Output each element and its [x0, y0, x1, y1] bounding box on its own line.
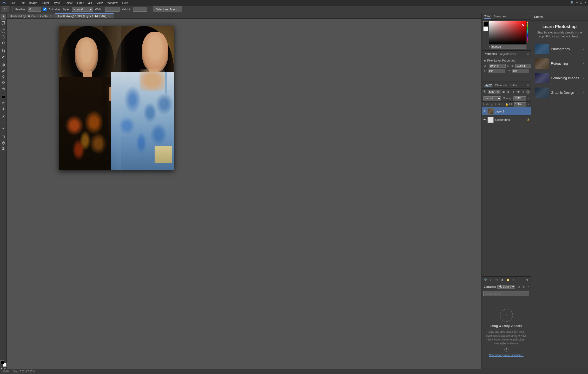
tab-untitled1[interactable]: Untitled-1 @ 66.7% (RGB/8#) ✕: [7, 13, 55, 18]
tool-text[interactable]: T: [1, 120, 6, 126]
layer-eye-background[interactable]: 👁: [483, 118, 486, 122]
tool-artboard[interactable]: [1, 20, 6, 26]
menu-edit[interactable]: Edit: [18, 1, 27, 5]
tool-zoom[interactable]: [1, 146, 6, 152]
width-prop-input[interactable]: [489, 64, 506, 68]
library-add-button[interactable]: +: [500, 309, 513, 322]
layer-eye-layer1[interactable]: 👁: [483, 110, 486, 113]
tool-rectangle[interactable]: [1, 134, 6, 140]
style-select[interactable]: Normal Fixed Ratio Fixed Size: [72, 7, 93, 12]
feather-input[interactable]: [28, 7, 41, 12]
layers-smartobj-filter[interactable]: ⧉: [521, 90, 526, 94]
background-color[interactable]: [483, 26, 488, 31]
library-new-from-doc-link[interactable]: New Library from Document...: [489, 354, 524, 357]
tool-quick-select[interactable]: [1, 40, 6, 46]
tool-marquee[interactable]: [1, 28, 6, 34]
tool-history-brush[interactable]: [1, 80, 6, 86]
tool-eraser[interactable]: [1, 86, 6, 92]
tool-path-select[interactable]: [1, 126, 6, 132]
tool-eyedropper[interactable]: [1, 54, 6, 60]
link-proportions[interactable]: ⊞: [507, 64, 509, 67]
tool-healing[interactable]: [1, 62, 6, 68]
add-style-btn[interactable]: ƒ: [488, 278, 493, 282]
tab-channels[interactable]: Channels: [495, 84, 507, 87]
tab-untitled2[interactable]: Untitled-2 @ 100% (Layer 1, RGB/8#) ✕: [55, 13, 114, 18]
opacity-input[interactable]: [513, 96, 526, 101]
lock-position[interactable]: ✛: [498, 102, 501, 106]
fill-input[interactable]: [514, 102, 526, 106]
tab-color[interactable]: Color: [484, 14, 491, 19]
menu-type[interactable]: Type: [52, 1, 62, 5]
menu-file[interactable]: File: [8, 1, 17, 5]
opacity-slider[interactable]: [529, 21, 529, 42]
tool-move[interactable]: [1, 14, 6, 20]
library-select[interactable]: My Library: [497, 285, 515, 289]
new-layer-btn[interactable]: +: [511, 278, 516, 282]
menu-image[interactable]: Image: [27, 1, 39, 5]
tool-clone-stamp[interactable]: [1, 74, 6, 80]
tool-preset-btn[interactable]: [2, 6, 9, 12]
fg-color-swatch[interactable]: [0, 360, 4, 364]
lock-transparent-pixels[interactable]: ◫: [491, 102, 494, 106]
layers-filter-toggle[interactable]: ◉: [526, 90, 530, 94]
menu-3d[interactable]: 3D: [86, 1, 94, 5]
tab-paths[interactable]: Paths: [510, 84, 517, 87]
layer-item-background[interactable]: 👁 Background 🔒: [482, 116, 531, 124]
layer-item-layer1[interactable]: 👁 Layer 1: [482, 107, 531, 116]
library-list-view[interactable]: ☰: [521, 285, 526, 289]
learn-item-photography[interactable]: Photography ›: [534, 43, 585, 55]
add-mask-btn[interactable]: ◻: [494, 278, 499, 282]
layers-adjustment-filter[interactable]: ◑: [506, 90, 511, 94]
select-mask-btn[interactable]: Select and Mask...: [153, 6, 182, 12]
menu-view[interactable]: View: [95, 1, 105, 5]
tab-close-2[interactable]: ✕: [108, 15, 110, 18]
learn-item-combining[interactable]: Combining Images ›: [534, 72, 585, 84]
menu-layer[interactable]: Layer: [40, 1, 51, 5]
link-layers-btn[interactable]: 🔗: [483, 278, 487, 282]
learn-item-graphic-design[interactable]: Graphic Design ›: [534, 86, 585, 99]
tool-dodge[interactable]: [1, 106, 6, 112]
properties-panel-collapse[interactable]: ≡: [527, 52, 529, 55]
layers-text-filter[interactable]: T: [511, 90, 516, 94]
tab-close-1[interactable]: ✕: [50, 15, 52, 17]
library-help-icon[interactable]: ?: [504, 348, 508, 352]
new-adjustment-btn[interactable]: ◑: [500, 278, 505, 282]
menu-filter[interactable]: Filter: [75, 1, 85, 5]
foreground-color[interactable]: [483, 21, 488, 26]
menu-window[interactable]: Window: [105, 1, 120, 5]
menu-select[interactable]: Select: [63, 1, 75, 5]
layers-pixel-filter[interactable]: ▣: [501, 90, 505, 94]
tool-crop[interactable]: [1, 48, 6, 54]
tab-layers[interactable]: Layers: [484, 83, 492, 87]
window-restore[interactable]: ◻: [580, 1, 582, 5]
tool-pen[interactable]: [1, 114, 6, 120]
height-prop-input[interactable]: [515, 64, 532, 68]
x-prop-input[interactable]: [488, 69, 505, 73]
tab-properties[interactable]: Properties: [484, 52, 497, 56]
library-search[interactable]: [483, 291, 529, 296]
tab-adjustments[interactable]: Adjustments: [500, 52, 516, 56]
tool-lasso[interactable]: [1, 34, 6, 40]
lock-all[interactable]: 🔒: [505, 102, 508, 106]
lock-image-pixels[interactable]: ✎: [495, 102, 497, 106]
learn-item-retouching[interactable]: Retouching ›: [534, 57, 585, 70]
hex-input[interactable]: [491, 45, 526, 49]
layers-shape-filter[interactable]: ⬟: [516, 90, 520, 94]
blend-mode-select[interactable]: Normal Multiply Screen Overlay: [483, 96, 501, 101]
fill-dropdown[interactable]: ▼: [527, 103, 529, 106]
tool-blur[interactable]: [1, 100, 6, 106]
opacity-dropdown[interactable]: ▼: [527, 97, 529, 100]
delete-layer-btn[interactable]: 🗑: [525, 278, 530, 282]
height-input[interactable]: [133, 7, 147, 12]
tool-brush[interactable]: [1, 68, 6, 74]
y-prop-input[interactable]: [512, 69, 529, 73]
tool-gradient[interactable]: [1, 94, 6, 100]
color-saturation-field[interactable]: [489, 21, 526, 44]
layers-kind-select[interactable]: Kind Name Effect: [488, 90, 500, 94]
menu-help[interactable]: Help: [120, 1, 130, 5]
width-input[interactable]: [105, 7, 120, 12]
library-menu[interactable]: ≡: [526, 285, 530, 289]
tab-swatches[interactable]: Swatches: [494, 14, 506, 18]
search-icon[interactable]: 🔍: [570, 1, 574, 5]
tool-hand[interactable]: [1, 140, 6, 146]
